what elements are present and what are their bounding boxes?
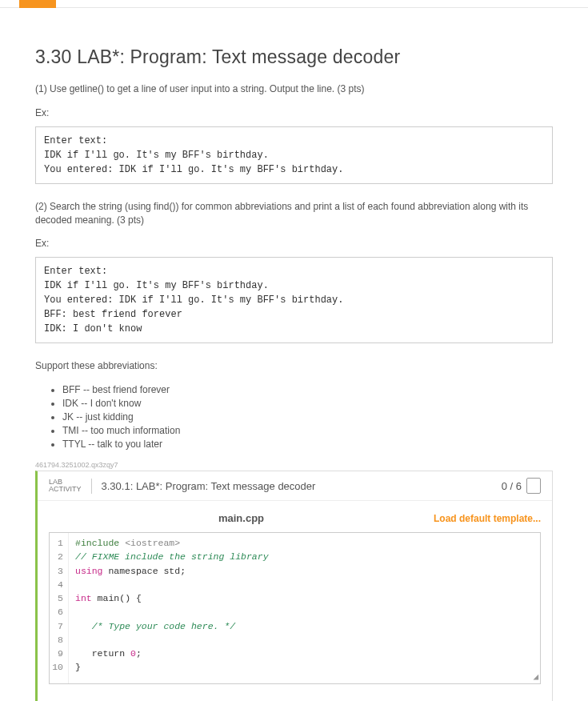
lab-header: LAB ACTIVITY 3.30.1: LAB*: Program: Text… [38, 471, 552, 501]
mode-row: Develop mode Submit mode Run your progra… [38, 692, 552, 701]
code-token: return [75, 648, 130, 659]
file-bar: main.cpp Load default template... [49, 512, 541, 524]
lab-title: 3.30.1: LAB*: Program: Text message deco… [102, 480, 502, 492]
question-hash: 461794.3251002.qx3zqy7 [35, 461, 553, 469]
code-body[interactable]: #include <iostream> // FIXME include the… [69, 533, 540, 683]
code-token: <iostream> [125, 538, 180, 548]
active-tab-accent [19, 0, 56, 8]
lab-badge: LAB ACTIVITY [49, 479, 92, 494]
list-item: IDK -- I don't know [62, 398, 553, 409]
resize-handle-icon[interactable]: ◢ [533, 671, 538, 684]
code-editor[interactable]: 12345678910 #include <iostream> // FIXME… [49, 532, 541, 684]
example-label-1: Ex: [35, 107, 553, 118]
code-token: main() { [92, 593, 142, 603]
score-badge-icon [526, 478, 541, 494]
line-gutter: 12345678910 [50, 533, 69, 683]
example-output-2: Enter text: IDK if I'll go. It's my BFF'… [35, 257, 553, 343]
page-content: 3.30 LAB*: Program: Text message decoder… [0, 8, 588, 701]
page-title: 3.30 LAB*: Program: Text message decoder [35, 46, 553, 68]
code-token: // FIXME include the string library [75, 551, 269, 562]
list-item: TMI -- too much information [62, 425, 553, 436]
example-label-2: Ex: [35, 238, 553, 249]
step-2-text: (2) Search the string (using find()) for… [35, 200, 553, 227]
list-item: BFF -- best friend forever [62, 384, 553, 395]
code-token: int [75, 593, 92, 603]
lab-score: 0 / 6 [502, 480, 522, 492]
list-item: JK -- just kidding [62, 411, 553, 423]
code-token: 0 [130, 648, 136, 659]
editor-area: main.cpp Load default template... 123456… [38, 501, 552, 692]
code-token: /* Type your code here. */ [75, 621, 235, 631]
support-label: Support these abbreviations: [35, 359, 553, 373]
top-bar [0, 0, 588, 8]
example-output-1: Enter text: IDK if I'll go. It's my BFF'… [35, 126, 553, 184]
code-token: namespace std; [103, 566, 186, 576]
lab-badge-line2: ACTIVITY [49, 486, 82, 493]
code-token: } [75, 662, 81, 672]
abbreviations-list: BFF -- best friend forever IDK -- I don'… [35, 384, 553, 450]
code-token: using [75, 566, 103, 576]
list-item: TTYL -- talk to you later [62, 439, 553, 450]
load-default-template-link[interactable]: Load default template... [434, 513, 541, 524]
code-token: #include [75, 538, 125, 548]
step-1-text: (1) Use getline() to get a line of user … [35, 82, 553, 96]
file-name: main.cpp [49, 512, 434, 524]
lab-activity-box: LAB ACTIVITY 3.30.1: LAB*: Program: Text… [35, 471, 553, 701]
code-token: ; [136, 648, 142, 659]
